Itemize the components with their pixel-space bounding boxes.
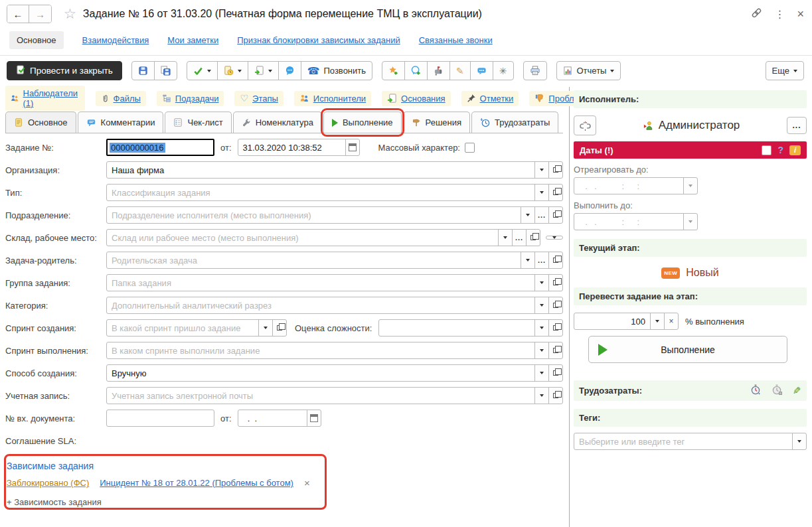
tab-comments[interactable]: Комментарии xyxy=(78,112,164,133)
account-dropdown-button[interactable] xyxy=(534,387,549,404)
tab-checklist[interactable]: Чек-лист xyxy=(165,112,231,133)
tags-dropdown-button[interactable] xyxy=(792,433,807,450)
incoming-doc-calendar-button[interactable] xyxy=(307,410,321,427)
reports-button[interactable]: Отчеты xyxy=(556,61,621,80)
department-dropdown-button[interactable] xyxy=(521,206,535,224)
parent-task-ellipsis-button[interactable]: ... xyxy=(534,252,549,269)
add-favorite-button[interactable] xyxy=(382,61,405,80)
creation-method-open-button[interactable] xyxy=(548,364,563,382)
marker-button[interactable]: ✎ xyxy=(449,61,471,80)
category-dropdown-button[interactable] xyxy=(534,297,549,314)
mass-character-checkbox[interactable] xyxy=(465,143,475,153)
nav-tab-main[interactable]: Основное xyxy=(9,31,64,49)
back-button[interactable]: ← xyxy=(7,5,29,23)
sprint-created-dropdown-button[interactable] xyxy=(258,319,273,337)
nav-tab-interactions[interactable]: Взаимодействия xyxy=(82,35,149,45)
parent-task-dropdown-button[interactable] xyxy=(521,252,535,269)
creation-method-dropdown-button[interactable] xyxy=(534,364,549,382)
task-number-input[interactable]: 00000000016 xyxy=(106,139,214,156)
dates-checkbox[interactable] xyxy=(762,145,771,155)
sprint-done-open-button[interactable] xyxy=(548,342,563,359)
complete-until-dropdown-button[interactable] xyxy=(683,213,698,230)
nav-tab-block-flag[interactable]: Признак блокировки зависимых заданий xyxy=(237,35,400,45)
files-link[interactable]: Файлы xyxy=(96,91,146,106)
subtasks-link[interactable]: Подзадачи xyxy=(157,91,224,106)
tab-nomenclature[interactable]: Номенклатура xyxy=(233,112,322,133)
complete-dropdown-button[interactable] xyxy=(187,61,218,80)
account-open-button[interactable] xyxy=(548,387,563,404)
task-date-input[interactable] xyxy=(238,139,346,156)
warehouse-ellipsis-button[interactable]: ... xyxy=(512,229,527,246)
warehouse-dropdown-button[interactable] xyxy=(498,229,513,246)
sprint-created-open-button[interactable] xyxy=(272,319,287,337)
percent-clear-button[interactable]: × xyxy=(664,313,679,330)
org-open-button[interactable] xyxy=(548,161,563,179)
watchers-link[interactable]: Наблюдатели (1) xyxy=(5,86,85,111)
type-dropdown-button[interactable] xyxy=(534,184,549,201)
executor-more-button[interactable]: ... xyxy=(787,117,807,134)
type-input[interactable] xyxy=(106,184,535,201)
parent-task-input[interactable] xyxy=(106,252,521,269)
incoming-doc-date-input[interactable] xyxy=(238,410,307,427)
edit-labor-icon[interactable]: ✎ xyxy=(793,386,801,396)
department-open-button[interactable] xyxy=(548,206,563,224)
business-process-button[interactable]: ✳ xyxy=(493,61,514,80)
print-button[interactable] xyxy=(523,61,547,80)
tab-labor[interactable]: Трудозатраты xyxy=(471,112,558,133)
save-button[interactable] xyxy=(131,61,155,80)
warehouse-extra-dropdown-button[interactable] xyxy=(546,236,563,240)
remove-dependency-icon[interactable]: × xyxy=(304,477,310,489)
post-and-close-button[interactable]: Провести и закрыть xyxy=(7,61,122,80)
category-input[interactable] xyxy=(106,297,535,314)
call-button[interactable]: ☎Позвонить xyxy=(301,61,372,80)
marks-link[interactable]: Отметки xyxy=(461,91,519,106)
org-dropdown-button[interactable] xyxy=(534,161,549,179)
warehouse-open-button[interactable] xyxy=(526,229,540,246)
tab-main[interactable]: Основное xyxy=(5,112,76,133)
favorite-star-icon[interactable]: ☆ xyxy=(64,6,76,22)
task-group-dropdown-button[interactable] xyxy=(534,274,549,291)
nav-tab-related-calls[interactable]: Связанные звонки xyxy=(419,35,493,45)
unlink-executor-button[interactable] xyxy=(574,115,596,135)
window-close-icon[interactable]: × xyxy=(797,7,804,21)
grounds-link[interactable]: Основания xyxy=(382,91,451,106)
more-actions-button[interactable]: Еще xyxy=(766,61,804,80)
category-open-button[interactable] xyxy=(548,297,563,314)
discussion-button[interactable] xyxy=(278,61,301,80)
help-icon[interactable]: ? xyxy=(777,145,783,155)
task-group-input[interactable] xyxy=(106,274,535,291)
info-icon[interactable]: i xyxy=(789,145,801,155)
tags-input[interactable] xyxy=(574,433,793,450)
get-link-icon[interactable] xyxy=(751,7,762,21)
incident-link[interactable]: Инцидент № 18 от 28.01.22 (Проблемы с бо… xyxy=(100,478,293,488)
stages-link[interactable]: ♡ Этапы xyxy=(234,91,283,106)
incoming-doc-number-input[interactable] xyxy=(106,410,214,427)
sprint-created-input[interactable] xyxy=(106,319,259,337)
percent-dropdown-button[interactable] xyxy=(650,313,665,330)
mailbox-icon-button[interactable] xyxy=(427,61,450,80)
creation-method-input[interactable] xyxy=(106,364,535,382)
forward-button[interactable]: → xyxy=(29,5,51,23)
org-input[interactable] xyxy=(106,161,535,179)
react-until-input[interactable] xyxy=(574,177,684,194)
complete-until-input[interactable] xyxy=(574,213,684,230)
department-ellipsis-button[interactable]: ... xyxy=(534,206,549,224)
complexity-dropdown-button[interactable] xyxy=(534,319,549,337)
execute-button[interactable]: Выполнение xyxy=(588,336,787,363)
nav-tab-my-notes[interactable]: Мои заметки xyxy=(167,35,218,45)
department-input[interactable] xyxy=(106,206,521,224)
task-group-open-button[interactable] xyxy=(548,274,563,291)
tab-execution[interactable]: Выполнение xyxy=(323,112,402,133)
react-until-dropdown-button[interactable] xyxy=(683,177,698,194)
add-comment-button[interactable] xyxy=(404,61,428,80)
complexity-input[interactable] xyxy=(378,319,535,337)
task-date-calendar-button[interactable] xyxy=(345,139,360,156)
tab-decisions[interactable]: Решения xyxy=(403,112,470,133)
add-dependency-link[interactable]: + Зависимость задания xyxy=(7,497,315,507)
blocked-status-link[interactable]: Заблокировано (ФС) xyxy=(7,478,89,488)
kebab-menu-icon[interactable]: ⋮ xyxy=(774,8,785,21)
parent-task-open-button[interactable] xyxy=(548,252,563,269)
executors-link[interactable]: Исполнители xyxy=(294,91,371,106)
complexity-open-button[interactable] xyxy=(548,319,563,337)
sprint-done-input[interactable] xyxy=(106,342,535,359)
